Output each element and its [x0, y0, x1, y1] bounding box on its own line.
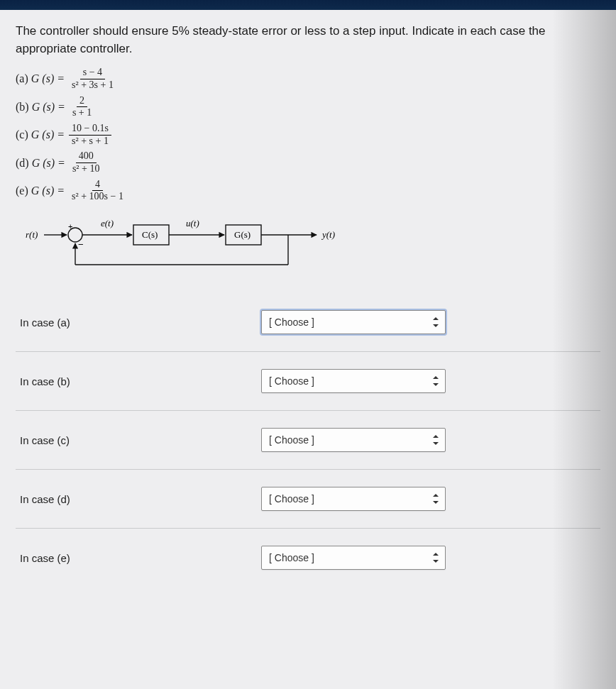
select-case-d[interactable]: [ Choose ]	[261, 487, 446, 511]
answer-row-b: In case (b) [ Choose ]	[16, 352, 600, 411]
option-d: (d) G (s) = 400 s² + 10	[16, 151, 600, 174]
option-c-num: 10 − 0.1s	[69, 123, 111, 136]
block-diagram: r(t) + − e(t) C(s) u(t) G(s) y(t)	[26, 209, 600, 273]
option-a-fraction: s − 4 s² + 3s + 1	[69, 67, 116, 90]
select-case-e[interactable]: [ Choose ]	[261, 546, 446, 570]
option-c: (c) G (s) = 10 − 0.1s s² + s + 1	[16, 123, 600, 146]
diag-plus: +	[68, 222, 72, 231]
answer-label-c: In case (c)	[20, 434, 261, 446]
option-e-num: 4	[92, 180, 103, 192]
option-b-label: (b)	[16, 101, 29, 114]
option-a: (a) G (s) = s − 4 s² + 3s + 1	[16, 67, 600, 90]
option-c-den: s² + s + 1	[69, 136, 111, 147]
diag-r-label: r(t)	[26, 229, 38, 240]
option-d-fraction: 400 s² + 10	[70, 151, 103, 174]
answers-section: In case (a) [ Choose ] In case (b) [ Cho…	[16, 293, 600, 587]
option-a-lhs: G (s) =	[31, 72, 65, 85]
question-page: The controller should ensure 5% steady-s…	[0, 10, 616, 689]
option-d-label: (d)	[16, 157, 29, 170]
answer-label-a: In case (a)	[20, 316, 261, 329]
answer-label-e: In case (e)	[20, 552, 261, 564]
answer-label-b: In case (b)	[20, 375, 261, 387]
select-case-c[interactable]: [ Choose ]	[261, 428, 446, 452]
answer-row-d: In case (d) [ Choose ]	[16, 470, 600, 529]
option-a-den: s² + 3s + 1	[69, 79, 116, 91]
window-top-border	[0, 0, 616, 10]
option-a-label: (a)	[16, 72, 28, 85]
option-d-lhs: G (s) =	[32, 157, 65, 170]
option-e-fraction: 4 s² + 100s − 1	[69, 180, 126, 202]
option-e-den: s² + 100s − 1	[69, 191, 126, 202]
diag-e-label: e(t)	[101, 218, 114, 228]
option-c-fraction: 10 − 0.1s s² + s + 1	[69, 123, 111, 146]
select-case-a[interactable]: [ Choose ]	[261, 310, 446, 334]
diag-minus: −	[78, 239, 84, 250]
option-c-lhs: G (s) =	[31, 128, 65, 141]
answer-row-c: In case (c) [ Choose ]	[16, 411, 600, 470]
diag-u-label: u(t)	[186, 218, 199, 228]
option-b-den: s + 1	[70, 107, 94, 118]
diag-g-label: G(s)	[234, 229, 251, 240]
answer-label-d: In case (d)	[20, 493, 261, 505]
option-d-num: 400	[76, 151, 97, 163]
diag-c-label: C(s)	[142, 229, 158, 240]
option-d-den: s² + 10	[70, 163, 103, 175]
option-b-lhs: G (s) =	[32, 101, 65, 114]
option-a-num: s − 4	[80, 67, 105, 79]
option-e-label: (e)	[16, 184, 28, 197]
option-b-num: 2	[77, 96, 87, 108]
select-case-b[interactable]: [ Choose ]	[261, 369, 446, 393]
option-b: (b) G (s) = 2 s + 1	[16, 96, 600, 118]
option-e-lhs: G (s) =	[31, 184, 65, 197]
question-prompt: The controller should ensure 5% steady-s…	[16, 23, 600, 57]
option-c-label: (c)	[16, 128, 28, 141]
answer-row-e: In case (e) [ Choose ]	[16, 529, 600, 587]
option-e: (e) G (s) = 4 s² + 100s − 1	[16, 180, 600, 202]
answer-row-a: In case (a) [ Choose ]	[16, 293, 600, 352]
diag-y-label: y(t)	[321, 229, 335, 240]
option-b-fraction: 2 s + 1	[70, 96, 94, 118]
